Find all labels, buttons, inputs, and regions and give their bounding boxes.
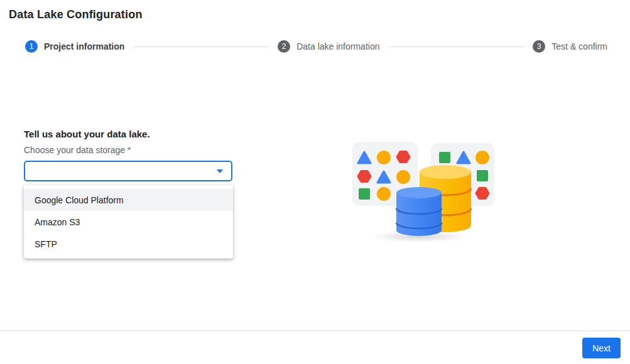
square-shape xyxy=(359,188,370,200)
step-test-and-confirm[interactable]: 3 Test & confirm xyxy=(533,40,607,53)
square-shape xyxy=(477,170,488,181)
hexagon-shape xyxy=(397,152,410,163)
circle-shape xyxy=(396,170,410,184)
data-storage-field-label: Choose your data storage * xyxy=(24,145,131,155)
step-project-information[interactable]: 1 Project information xyxy=(25,40,124,53)
step-1-label: Project information xyxy=(44,41,124,51)
step-2-badge: 2 xyxy=(278,40,290,53)
step-1-badge: 1 xyxy=(25,40,38,53)
step-connector xyxy=(133,46,269,47)
circle-shape xyxy=(377,187,391,201)
menu-item-sftp[interactable]: SFTP xyxy=(24,233,233,255)
square-shape xyxy=(439,152,450,163)
menu-item-amazon-s3[interactable]: Amazon S3 xyxy=(24,211,233,233)
menu-item-google-cloud-platform[interactable]: Google Cloud Platform xyxy=(24,189,233,211)
step-3-label: Test & confirm xyxy=(551,41,607,51)
blue-database-cylinder xyxy=(396,187,442,236)
step-2-label: Data lake information xyxy=(296,41,379,51)
page-title: Data Lake Configuration xyxy=(9,8,143,21)
circle-shape xyxy=(377,151,391,164)
hexagon-shape xyxy=(358,171,371,182)
step-data-lake-information[interactable]: 2 Data lake information xyxy=(278,40,379,53)
step-3-badge: 3 xyxy=(533,40,545,53)
footer-divider xyxy=(0,330,630,331)
next-button[interactable]: Next xyxy=(582,338,621,358)
circle-shape xyxy=(475,151,489,164)
hexagon-shape xyxy=(476,188,489,199)
stepper: 1 Project information 2 Data lake inform… xyxy=(25,40,607,53)
step-connector xyxy=(388,46,524,47)
data-lake-databases-illustration xyxy=(349,135,506,248)
form-heading: Tell us about your data lake. xyxy=(24,129,150,139)
data-storage-dropdown-menu: Google Cloud Platform Amazon S3 SFTP xyxy=(24,185,233,259)
dropdown-caret-icon xyxy=(217,169,223,173)
data-storage-select[interactable] xyxy=(24,161,232,181)
